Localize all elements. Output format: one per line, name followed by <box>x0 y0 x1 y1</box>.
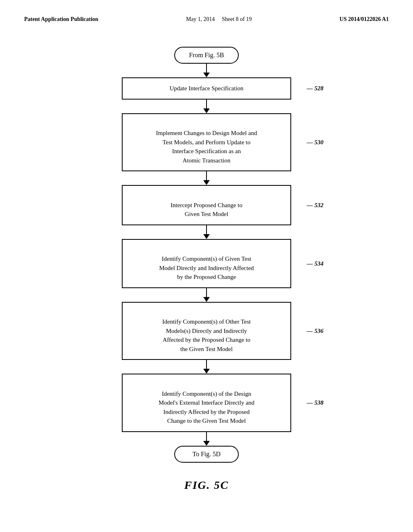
step-536-label: 536 <box>307 327 324 334</box>
end-terminal: To Fig. 5D <box>174 446 239 463</box>
step-528-wrapper: Update Interface Specification 528 <box>122 77 291 100</box>
arrow-connector-1 <box>203 64 210 77</box>
step-530-text: Implement Changes to Design Model and Te… <box>156 130 257 164</box>
arrow-connector-5 <box>203 288 210 302</box>
step-534-wrapper: Identify Component(s) of Given Test Mode… <box>122 239 291 288</box>
step-530-label: 530 <box>307 139 324 145</box>
flowchart-diagram: From Fig. 5B Update Interface Specificat… <box>24 39 389 492</box>
step-530-wrapper: Implement Changes to Design Model and Te… <box>122 113 291 172</box>
start-terminal: From Fig. 5B <box>174 47 239 64</box>
arrow-connector-3 <box>203 171 210 185</box>
step-532-box: Intercept Proposed Change to Given Test … <box>122 185 291 225</box>
arrow-connector-7 <box>203 432 210 446</box>
start-terminal-wrapper: From Fig. 5B <box>174 47 239 64</box>
header-sheet: Sheet 8 of 19 <box>222 16 252 22</box>
header-center: May 1, 2014 Sheet 8 of 19 <box>186 16 252 23</box>
step-532-label: 532 <box>307 202 324 208</box>
end-terminal-wrapper: To Fig. 5D <box>174 446 239 463</box>
header-right: US 2014/0122026 A1 <box>340 16 389 23</box>
step-532-text: Intercept Proposed Change to Given Test … <box>171 202 242 218</box>
step-536-text: Identify Component(s) of Other Test Mode… <box>162 318 250 352</box>
step-538-box: Identify Component(s) of the Design Mode… <box>122 374 291 432</box>
step-538-label: 538 <box>307 399 324 406</box>
step-534-text: Identify Component(s) of Given Test Mode… <box>159 256 254 280</box>
step-532-wrapper: Intercept Proposed Change to Given Test … <box>122 185 291 225</box>
page: Patent Application Publication May 1, 20… <box>0 0 413 532</box>
step-530-box: Implement Changes to Design Model and Te… <box>122 113 291 172</box>
arrow-connector-6 <box>203 360 210 374</box>
arrow-connector-2 <box>203 100 210 113</box>
header-date: May 1, 2014 <box>186 16 215 22</box>
step-538-text: Identify Component(s) of the Design Mode… <box>159 391 254 424</box>
header-left: Patent Application Publication <box>24 16 98 23</box>
step-528-box: Update Interface Specification <box>122 77 291 100</box>
header: Patent Application Publication May 1, 20… <box>24 16 389 23</box>
step-538-wrapper: Identify Component(s) of the Design Mode… <box>122 374 291 432</box>
arrow-connector-4 <box>203 225 210 239</box>
step-536-wrapper: Identify Component(s) of Other Test Mode… <box>122 302 291 360</box>
step-528-text: Update Interface Specification <box>169 85 243 91</box>
step-528-label: 528 <box>307 85 324 92</box>
step-534-label: 534 <box>307 260 324 267</box>
step-534-box: Identify Component(s) of Given Test Mode… <box>122 239 291 288</box>
step-536-box: Identify Component(s) of Other Test Mode… <box>122 302 291 360</box>
fig-caption: FIG. 5C <box>184 479 229 492</box>
